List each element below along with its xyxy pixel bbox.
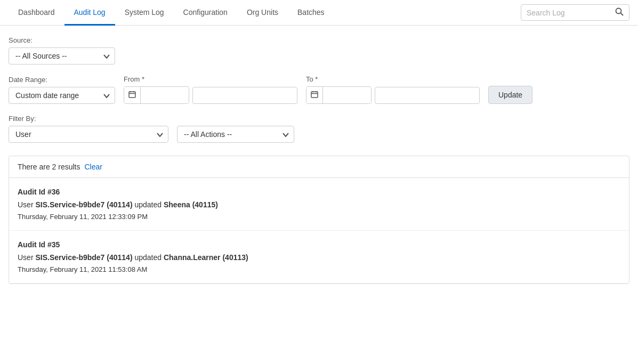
source-section: Source: -- All Sources --: [9, 36, 629, 64]
date-range-field: Date Range: Custom date range: [9, 76, 115, 104]
search-input[interactable]: [527, 9, 612, 17]
from-time-input[interactable]: 1:42 PM: [192, 87, 297, 104]
audit-date-35: Thursday, February 11, 2021 11:53:08 AM: [18, 265, 620, 273]
audit-user-35: SIS.Service-b9bde7 (40114): [35, 253, 132, 262]
svg-rect-2: [129, 92, 135, 98]
audit-user-36: SIS.Service-b9bde7 (40114): [35, 200, 132, 209]
to-label: To *: [306, 75, 480, 83]
top-nav: Dashboard Audit Log System Log Configura…: [0, 0, 638, 26]
from-date-input[interactable]: 1/1/2021: [141, 87, 189, 103]
audit-item-36: Audit Id #36 User SIS.Service-b9bde7 (40…: [9, 178, 629, 231]
results-summary: There are 2 results: [18, 163, 80, 171]
audit-id-36: Audit Id #36: [18, 188, 620, 196]
svg-point-0: [616, 9, 621, 14]
to-calendar-icon: [306, 87, 323, 103]
date-range-row: Date Range: Custom date range From *: [9, 75, 629, 104]
to-date-input[interactable]: 4/10/2023: [323, 87, 371, 103]
filter-action-select[interactable]: -- All Actions --: [177, 126, 294, 143]
audit-desc-prefix-36: User: [18, 200, 35, 209]
clear-link[interactable]: Clear: [85, 163, 102, 171]
nav-dashboard[interactable]: Dashboard: [9, 1, 64, 26]
audit-id-35: Audit Id #35: [18, 240, 620, 249]
date-range-select[interactable]: Custom date range: [9, 87, 115, 104]
audit-middle-35: updated: [133, 253, 164, 262]
date-range-select-wrapper: Custom date range: [9, 87, 115, 104]
nav-audit-log[interactable]: Audit Log: [64, 1, 115, 26]
filter-by-select[interactable]: User: [9, 126, 168, 143]
audit-desc-prefix-35: User: [18, 253, 35, 262]
to-time-input[interactable]: 2:42 PM: [375, 87, 480, 104]
from-label: From *: [124, 75, 297, 83]
results-wrapper: There are 2 results Clear Audit Id #36 U…: [9, 156, 629, 284]
from-calendar-icon: [124, 87, 141, 103]
audit-date-36: Thursday, February 11, 2021 12:33:09 PM: [18, 213, 620, 221]
nav-items: Dashboard Audit Log System Log Configura…: [9, 1, 521, 25]
audit-desc-36: User SIS.Service-b9bde7 (40114) updated …: [18, 199, 620, 211]
nav-system-log[interactable]: System Log: [115, 1, 174, 26]
nav-batches[interactable]: Batches: [288, 1, 334, 26]
filter-action-select-wrapper: -- All Actions --: [177, 126, 294, 143]
from-field: From * 1/1/2021 1:42 PM: [124, 75, 297, 104]
date-range-label: Date Range:: [9, 76, 115, 84]
update-button[interactable]: Update: [488, 86, 532, 104]
audit-target-35: Channa.Learner (40113): [164, 253, 248, 262]
filter-row: User -- All Actions --: [9, 126, 629, 143]
svg-rect-6: [311, 92, 318, 98]
audit-desc-35: User SIS.Service-b9bde7 (40114) updated …: [18, 252, 620, 263]
svg-line-1: [621, 13, 624, 16]
search-icon: [615, 7, 624, 18]
source-select[interactable]: -- All Sources --: [9, 47, 115, 64]
filter-section: Filter By: User -- All Actions --: [9, 115, 629, 143]
filter-by-select-wrapper: User: [9, 126, 168, 143]
search-box: [521, 4, 629, 21]
audit-middle-36: updated: [133, 200, 164, 209]
audit-target-36: Sheena (40115): [164, 200, 218, 209]
from-date-input-group: 1/1/2021: [124, 86, 189, 104]
to-date-input-group: 4/10/2023: [306, 86, 372, 104]
to-field: To * 4/10/2023 2:42 PM: [306, 75, 480, 104]
filter-by-label: Filter By:: [9, 115, 629, 123]
nav-org-units[interactable]: Org Units: [237, 1, 288, 26]
content: Source: -- All Sources -- Date Range: Cu…: [0, 26, 638, 295]
source-label: Source:: [9, 36, 629, 44]
audit-item-35: Audit Id #35 User SIS.Service-b9bde7 (40…: [9, 231, 629, 284]
results-header: There are 2 results Clear: [9, 156, 629, 178]
nav-configuration[interactable]: Configuration: [174, 1, 237, 26]
source-select-wrapper: -- All Sources --: [9, 47, 115, 64]
